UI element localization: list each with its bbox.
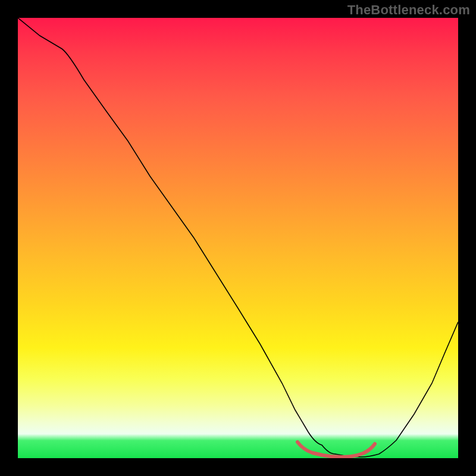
curve-line [18, 18, 458, 457]
chart-svg [18, 18, 458, 458]
highlight-marker [298, 442, 375, 457]
plot-area [18, 18, 458, 458]
chart-frame: TheBottleneck.com [0, 0, 476, 476]
watermark-label: TheBottleneck.com [347, 2, 470, 18]
